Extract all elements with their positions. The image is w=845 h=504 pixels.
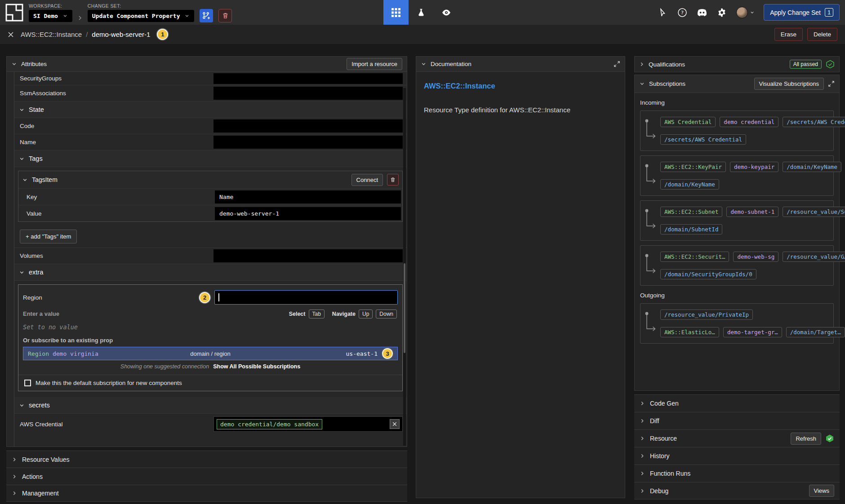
section-secrets[interactable]: secrets (14, 397, 407, 414)
section-diff[interactable]: Diff (634, 412, 840, 429)
import-resource-button[interactable]: Import a resource (347, 58, 402, 70)
subscription-card[interactable]: AWS Credential demo credential /secrets/… (640, 111, 834, 151)
changeset-select[interactable]: Update Component Property (88, 10, 195, 22)
breadcrumb-name[interactable]: demo-web-server-1 (92, 31, 150, 38)
aws-credential-pill[interactable]: demo credential/demo sandbox (217, 419, 322, 429)
close-icon[interactable] (8, 31, 14, 38)
security-groups-input[interactable] (213, 73, 403, 84)
source-path-pill[interactable]: /resource_value/Su… (783, 207, 845, 217)
attr-row-aws-credential: AWS Credential demo credential/demo sand… (14, 414, 407, 434)
discord-button[interactable] (697, 7, 707, 18)
subscription-card[interactable]: AWS::EC2::KeyPair demo-keypair /domain/K… (640, 155, 834, 196)
section-tags[interactable]: Tags (14, 150, 407, 167)
cursor-tool-button[interactable] (657, 7, 668, 18)
delete-tags-item-button[interactable] (387, 174, 399, 186)
expand-icon[interactable] (828, 80, 835, 87)
source-path-pill[interactable]: /secrets/AWS Crede… (783, 117, 845, 127)
visualize-subscriptions-button[interactable]: Visualize Subscriptions (754, 78, 824, 90)
chevron-right-icon (640, 471, 645, 476)
target-path-pill[interactable]: /domain/KeyName (660, 179, 719, 190)
code-input[interactable] (213, 119, 403, 133)
clear-credential-button[interactable] (390, 419, 400, 429)
expand-icon[interactable] (614, 61, 620, 67)
aws-credential-input[interactable]: demo credential/demo sandbox (213, 416, 403, 432)
section-code-gen[interactable]: Code Gen (634, 394, 840, 412)
source-path-pill[interactable]: /resource_value/G… (783, 252, 845, 262)
region-input[interactable] (214, 290, 398, 305)
component-pill[interactable]: demo credential (720, 117, 778, 127)
user-menu[interactable] (736, 7, 755, 18)
scrollbar-thumb[interactable] (404, 263, 405, 353)
attr-row-ssm-associations: SsmAssociations (14, 85, 407, 102)
section-actions[interactable]: Actions (6, 468, 407, 485)
target-path-pill[interactable]: /domain/Target… (786, 327, 845, 337)
section-debug[interactable]: Debug Views (634, 482, 840, 500)
workspace-select[interactable]: SI Demo (29, 10, 72, 22)
refresh-button[interactable]: Refresh (791, 433, 821, 445)
add-tags-item-button[interactable]: + add "Tags" item (20, 230, 77, 243)
chevron-right-icon (640, 401, 645, 406)
section-resource-values[interactable]: Resource Values (6, 451, 407, 468)
subscription-card[interactable]: /resource_value/PrivateIp AWS::ElasticLo… (640, 303, 834, 344)
tab-lab[interactable] (409, 0, 434, 25)
all-passed-badge: All passed (790, 60, 822, 69)
volumes-input[interactable] (213, 249, 403, 262)
key-input[interactable]: Name (215, 190, 401, 203)
show-all-subscriptions-link[interactable]: Show All Possible Subscriptions (213, 363, 300, 370)
section-extra[interactable]: extra (14, 264, 407, 281)
tab-grid-view[interactable] (383, 0, 409, 25)
tab-review[interactable] (434, 0, 459, 25)
schema-pill[interactable]: AWS::EC2::Securit… (660, 252, 729, 262)
help-button[interactable]: ? (677, 7, 688, 18)
schema-pill[interactable]: AWS Credential (660, 117, 716, 127)
default-subscription-label: Make this the default subscription for n… (36, 380, 182, 386)
section-history[interactable]: History (634, 447, 840, 464)
section-management[interactable]: Management (6, 485, 407, 502)
section-state[interactable]: State (14, 102, 407, 118)
subscription-card[interactable]: AWS::EC2::Securit… demo-web-sg /resource… (640, 245, 834, 286)
section-function-runs[interactable]: Function Runs (634, 464, 840, 482)
name-input[interactable] (213, 136, 403, 149)
value-input[interactable]: demo-web-server-1 (215, 207, 401, 220)
subscriptions-title: Subscriptions (649, 80, 685, 87)
chevron-down-icon (19, 402, 25, 408)
settings-button[interactable] (716, 7, 727, 18)
default-subscription-checkbox[interactable] (24, 380, 31, 386)
component-pill[interactable]: demo-web-sg (733, 252, 778, 262)
attributes-header[interactable]: Attributes Import a resource (7, 57, 407, 72)
aws-credential-label: AWS Credential (20, 421, 213, 428)
management-label: Management (22, 490, 59, 497)
abandon-change-set-button[interactable] (218, 9, 232, 22)
apply-change-set-button[interactable]: Apply Change Set 1 (764, 4, 840, 21)
documentation-header[interactable]: Documentation (416, 57, 625, 72)
create-change-set-button[interactable] (200, 9, 213, 22)
subscription-card[interactable]: AWS::EC2::Subnet demo-subnet-1 /resource… (640, 200, 834, 241)
connect-button[interactable]: Connect (351, 174, 383, 186)
component-pill[interactable]: demo-target-gr… (723, 327, 782, 337)
erase-button[interactable]: Erase (774, 28, 803, 41)
target-path-pill[interactable]: /secrets/AWS Credential (660, 134, 746, 145)
target-path-pill[interactable]: /domain/SecurityGroupIds/0 (660, 269, 756, 279)
si-logo-icon[interactable] (5, 4, 23, 22)
showing-text: Showing one suggested connection (120, 363, 209, 370)
component-pill[interactable]: demo-subnet-1 (726, 207, 778, 217)
schema-pill[interactable]: AWS::ElasticLo… (660, 327, 719, 337)
schema-pill[interactable]: AWS::EC2::Subnet (660, 207, 722, 217)
section-qualifications[interactable]: Qualifications All passed (634, 56, 840, 72)
schema-pill[interactable]: AWS::EC2::KeyPair (660, 162, 726, 172)
views-button[interactable]: Views (809, 485, 834, 497)
subscriptions-header[interactable]: Subscriptions Visualize Subscriptions (635, 75, 839, 93)
target-path-pill[interactable]: /domain/SubnetId (660, 224, 722, 234)
tags-item-header[interactable]: TagsItem Connect (18, 171, 402, 188)
section-resource[interactable]: Resource Refresh (634, 429, 840, 447)
delete-button[interactable]: Delete (807, 28, 837, 41)
suggestion-row[interactable]: Region demo virginia domain / region us-… (23, 347, 398, 360)
ssm-associations-input[interactable] (213, 87, 403, 100)
attributes-scrollbar[interactable] (403, 88, 406, 446)
history-label: History (650, 452, 670, 460)
breadcrumb-type[interactable]: AWS::EC2::Instance (21, 31, 82, 38)
source-path-pill[interactable]: /resource_value/PrivateIp (660, 309, 753, 320)
source-path-pill[interactable]: /domain/KeyName (783, 162, 841, 172)
component-pill[interactable]: demo-keypair (730, 162, 778, 172)
set-no-value-option[interactable]: Set to no value (23, 320, 398, 334)
